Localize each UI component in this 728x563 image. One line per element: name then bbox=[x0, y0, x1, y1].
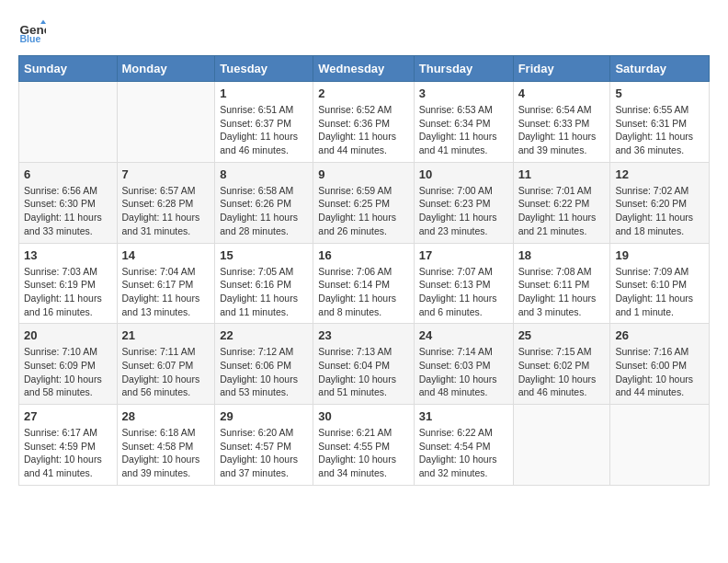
calendar-cell: 2Sunrise: 6:52 AM Sunset: 6:36 PM Daylig… bbox=[313, 82, 414, 163]
day-number: 20 bbox=[24, 328, 112, 342]
day-info: Sunrise: 7:02 AM Sunset: 6:20 PM Dayligh… bbox=[615, 184, 704, 238]
day-number: 31 bbox=[419, 409, 508, 423]
calendar-cell: 27Sunrise: 6:17 AM Sunset: 4:59 PM Dayli… bbox=[19, 405, 118, 486]
calendar-cell: 18Sunrise: 7:08 AM Sunset: 6:11 PM Dayli… bbox=[513, 243, 610, 324]
day-info: Sunrise: 7:00 AM Sunset: 6:23 PM Dayligh… bbox=[419, 184, 508, 238]
day-info: Sunrise: 6:59 AM Sunset: 6:25 PM Dayligh… bbox=[318, 184, 408, 238]
day-info: Sunrise: 6:52 AM Sunset: 6:36 PM Dayligh… bbox=[318, 103, 408, 157]
calendar-cell: 11Sunrise: 7:01 AM Sunset: 6:22 PM Dayli… bbox=[513, 162, 610, 243]
page-header: General Blue bbox=[18, 18, 710, 46]
calendar-cell: 10Sunrise: 7:00 AM Sunset: 6:23 PM Dayli… bbox=[414, 162, 513, 243]
calendar-cell: 15Sunrise: 7:05 AM Sunset: 6:16 PM Dayli… bbox=[215, 243, 313, 324]
calendar-row: 13Sunrise: 7:03 AM Sunset: 6:19 PM Dayli… bbox=[19, 243, 710, 324]
day-info: Sunrise: 7:05 AM Sunset: 6:16 PM Dayligh… bbox=[220, 265, 308, 319]
day-number: 19 bbox=[615, 248, 704, 262]
header-cell-monday: Monday bbox=[117, 56, 215, 82]
day-info: Sunrise: 7:01 AM Sunset: 6:22 PM Dayligh… bbox=[518, 184, 606, 238]
day-info: Sunrise: 6:17 AM Sunset: 4:59 PM Dayligh… bbox=[24, 426, 112, 480]
day-number: 11 bbox=[518, 167, 606, 181]
calendar-cell: 23Sunrise: 7:13 AM Sunset: 6:04 PM Dayli… bbox=[313, 324, 414, 405]
calendar-row: 20Sunrise: 7:10 AM Sunset: 6:09 PM Dayli… bbox=[19, 324, 710, 405]
calendar-table: SundayMondayTuesdayWednesdayThursdayFrid… bbox=[18, 55, 710, 486]
day-number: 28 bbox=[122, 409, 210, 423]
day-info: Sunrise: 7:07 AM Sunset: 6:13 PM Dayligh… bbox=[419, 265, 508, 319]
header-row: SundayMondayTuesdayWednesdayThursdayFrid… bbox=[19, 56, 710, 82]
calendar-cell: 30Sunrise: 6:21 AM Sunset: 4:55 PM Dayli… bbox=[313, 405, 414, 486]
header-cell-wednesday: Wednesday bbox=[313, 56, 414, 82]
day-number: 4 bbox=[518, 86, 606, 100]
svg-text:Blue: Blue bbox=[20, 33, 41, 44]
day-info: Sunrise: 7:14 AM Sunset: 6:03 PM Dayligh… bbox=[419, 345, 508, 399]
day-info: Sunrise: 7:16 AM Sunset: 6:00 PM Dayligh… bbox=[615, 345, 704, 399]
calendar-cell: 1Sunrise: 6:51 AM Sunset: 6:37 PM Daylig… bbox=[215, 82, 313, 163]
day-info: Sunrise: 6:58 AM Sunset: 6:26 PM Dayligh… bbox=[220, 184, 308, 238]
header-cell-thursday: Thursday bbox=[414, 56, 513, 82]
calendar-cell bbox=[19, 82, 118, 163]
calendar-cell: 16Sunrise: 7:06 AM Sunset: 6:14 PM Dayli… bbox=[313, 243, 414, 324]
calendar-cell: 5Sunrise: 6:55 AM Sunset: 6:31 PM Daylig… bbox=[610, 82, 710, 163]
calendar-cell: 28Sunrise: 6:18 AM Sunset: 4:58 PM Dayli… bbox=[117, 405, 215, 486]
day-number: 15 bbox=[220, 248, 308, 262]
calendar-row: 27Sunrise: 6:17 AM Sunset: 4:59 PM Dayli… bbox=[19, 405, 710, 486]
day-number: 26 bbox=[615, 328, 704, 342]
calendar-cell bbox=[513, 405, 610, 486]
header-cell-friday: Friday bbox=[513, 56, 610, 82]
calendar-cell: 9Sunrise: 6:59 AM Sunset: 6:25 PM Daylig… bbox=[313, 162, 414, 243]
day-number: 9 bbox=[318, 167, 408, 181]
calendar-cell: 29Sunrise: 6:20 AM Sunset: 4:57 PM Dayli… bbox=[215, 405, 313, 486]
day-number: 25 bbox=[518, 328, 606, 342]
calendar-cell bbox=[610, 405, 710, 486]
day-number: 13 bbox=[24, 248, 112, 262]
svg-marker-2 bbox=[40, 20, 46, 25]
logo: General Blue bbox=[18, 18, 50, 46]
calendar-header: SundayMondayTuesdayWednesdayThursdayFrid… bbox=[19, 56, 710, 82]
day-number: 10 bbox=[419, 167, 508, 181]
day-info: Sunrise: 7:04 AM Sunset: 6:17 PM Dayligh… bbox=[122, 265, 210, 319]
day-number: 12 bbox=[615, 167, 704, 181]
day-number: 17 bbox=[419, 248, 508, 262]
day-info: Sunrise: 6:20 AM Sunset: 4:57 PM Dayligh… bbox=[220, 426, 308, 480]
day-number: 8 bbox=[220, 167, 308, 181]
day-info: Sunrise: 7:03 AM Sunset: 6:19 PM Dayligh… bbox=[24, 265, 112, 319]
calendar-cell: 17Sunrise: 7:07 AM Sunset: 6:13 PM Dayli… bbox=[414, 243, 513, 324]
calendar-row: 1Sunrise: 6:51 AM Sunset: 6:37 PM Daylig… bbox=[19, 82, 710, 163]
calendar-cell: 19Sunrise: 7:09 AM Sunset: 6:10 PM Dayli… bbox=[610, 243, 710, 324]
day-info: Sunrise: 7:12 AM Sunset: 6:06 PM Dayligh… bbox=[220, 345, 308, 399]
day-info: Sunrise: 7:06 AM Sunset: 6:14 PM Dayligh… bbox=[318, 265, 408, 319]
calendar-cell: 4Sunrise: 6:54 AM Sunset: 6:33 PM Daylig… bbox=[513, 82, 610, 163]
day-number: 5 bbox=[615, 86, 704, 100]
day-number: 3 bbox=[419, 86, 508, 100]
day-number: 22 bbox=[220, 328, 308, 342]
logo-icon: General Blue bbox=[18, 18, 46, 46]
calendar-cell bbox=[117, 82, 215, 163]
calendar-cell: 31Sunrise: 6:22 AM Sunset: 4:54 PM Dayli… bbox=[414, 405, 513, 486]
day-number: 29 bbox=[220, 409, 308, 423]
day-number: 6 bbox=[24, 167, 112, 181]
calendar-cell: 13Sunrise: 7:03 AM Sunset: 6:19 PM Dayli… bbox=[19, 243, 118, 324]
header-cell-tuesday: Tuesday bbox=[215, 56, 313, 82]
calendar-cell: 14Sunrise: 7:04 AM Sunset: 6:17 PM Dayli… bbox=[117, 243, 215, 324]
day-info: Sunrise: 6:54 AM Sunset: 6:33 PM Dayligh… bbox=[518, 103, 606, 157]
day-info: Sunrise: 6:57 AM Sunset: 6:28 PM Dayligh… bbox=[122, 184, 210, 238]
calendar-body: 1Sunrise: 6:51 AM Sunset: 6:37 PM Daylig… bbox=[19, 82, 710, 486]
day-info: Sunrise: 6:55 AM Sunset: 6:31 PM Dayligh… bbox=[615, 103, 704, 157]
calendar-cell: 3Sunrise: 6:53 AM Sunset: 6:34 PM Daylig… bbox=[414, 82, 513, 163]
calendar-cell: 24Sunrise: 7:14 AM Sunset: 6:03 PM Dayli… bbox=[414, 324, 513, 405]
header-cell-saturday: Saturday bbox=[610, 56, 710, 82]
calendar-cell: 7Sunrise: 6:57 AM Sunset: 6:28 PM Daylig… bbox=[117, 162, 215, 243]
day-number: 23 bbox=[318, 328, 408, 342]
calendar-cell: 12Sunrise: 7:02 AM Sunset: 6:20 PM Dayli… bbox=[610, 162, 710, 243]
calendar-row: 6Sunrise: 6:56 AM Sunset: 6:30 PM Daylig… bbox=[19, 162, 710, 243]
day-info: Sunrise: 7:15 AM Sunset: 6:02 PM Dayligh… bbox=[518, 345, 606, 399]
calendar-cell: 20Sunrise: 7:10 AM Sunset: 6:09 PM Dayli… bbox=[19, 324, 118, 405]
day-info: Sunrise: 6:53 AM Sunset: 6:34 PM Dayligh… bbox=[419, 103, 508, 157]
calendar-cell: 6Sunrise: 6:56 AM Sunset: 6:30 PM Daylig… bbox=[19, 162, 118, 243]
day-number: 7 bbox=[122, 167, 210, 181]
day-number: 24 bbox=[419, 328, 508, 342]
day-number: 30 bbox=[318, 409, 408, 423]
day-number: 2 bbox=[318, 86, 408, 100]
day-number: 1 bbox=[220, 86, 308, 100]
day-info: Sunrise: 6:21 AM Sunset: 4:55 PM Dayligh… bbox=[318, 426, 408, 480]
day-info: Sunrise: 7:08 AM Sunset: 6:11 PM Dayligh… bbox=[518, 265, 606, 319]
day-number: 16 bbox=[318, 248, 408, 262]
